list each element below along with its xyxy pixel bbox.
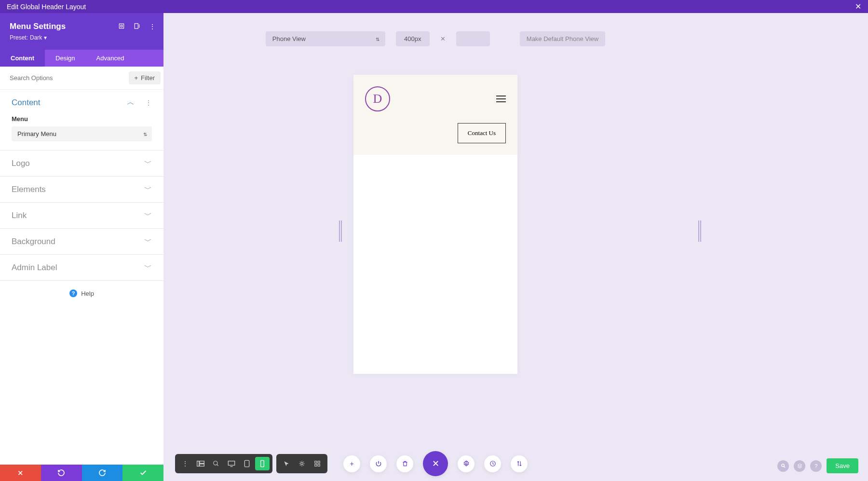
sections-list: Content ︿ ⋮ Menu Primary Menu ⇅ Logo: [0, 90, 163, 465]
tablet-icon[interactable]: [240, 457, 254, 470]
plus-icon: +: [135, 74, 138, 82]
phone-icon[interactable]: [255, 457, 270, 470]
section-elements-header[interactable]: Elements ﹀: [0, 177, 163, 202]
right-area: ? Save: [707, 13, 868, 481]
section-content-header[interactable]: Content ︿ ⋮: [0, 90, 163, 115]
tab-design[interactable]: Design: [45, 50, 85, 67]
delete-button[interactable]: [396, 455, 413, 472]
save-button[interactable]: Save: [827, 458, 858, 473]
help-label: Help: [81, 290, 94, 297]
filter-label: Filter: [141, 74, 155, 82]
preset-label: Preset:: [10, 34, 28, 41]
tool-group-view: ⋮: [175, 454, 272, 473]
make-default-button[interactable]: Make Default Phone View: [520, 31, 605, 46]
responsive-icon[interactable]: [118, 23, 125, 30]
close-panel-button[interactable]: ✕: [423, 451, 448, 476]
svg-rect-0: [119, 24, 123, 28]
dimension-x: ✕: [440, 35, 446, 42]
section-title: Admin Label: [12, 263, 57, 273]
preview-frame: D Contact Us: [353, 75, 517, 374]
svg-rect-17: [318, 464, 320, 466]
right-bottom-controls: ? Save: [777, 458, 858, 473]
help-mini-button[interactable]: ?: [810, 460, 822, 472]
hamburger-icon[interactable]: [496, 96, 506, 102]
view-controls: Phone View ⇅ ✕ Make Default Phone View: [163, 13, 707, 56]
help-row[interactable]: ? Help: [0, 281, 163, 306]
wireframe-icon[interactable]: [193, 457, 208, 470]
svg-point-18: [465, 463, 467, 465]
logo[interactable]: D: [365, 86, 390, 111]
hover-mode-icon[interactable]: [295, 457, 309, 470]
caret-down-icon: ▾: [44, 34, 47, 41]
settings-button[interactable]: [458, 455, 475, 472]
layers-mini-button[interactable]: [794, 460, 805, 472]
swap-button[interactable]: [511, 455, 528, 472]
svg-line-8: [217, 465, 218, 466]
desktop-icon[interactable]: [224, 457, 239, 470]
svg-rect-16: [315, 464, 317, 466]
confirm-button[interactable]: [122, 465, 163, 481]
history-button[interactable]: [484, 455, 501, 472]
add-button[interactable]: +: [343, 455, 360, 472]
menu-field-label: Menu: [12, 115, 152, 123]
search-mini-button[interactable]: [777, 460, 789, 472]
svg-point-7: [214, 461, 217, 465]
click-mode-icon[interactable]: [279, 457, 294, 470]
section-logo-header[interactable]: Logo ﹀: [0, 151, 163, 176]
zoom-icon[interactable]: [209, 457, 223, 470]
section-title: Elements: [12, 185, 46, 194]
view-mode-select[interactable]: Phone View: [266, 31, 385, 46]
sidebar-header: Menu Settings Preset: Dark ▾ ⋮: [0, 13, 163, 50]
tabs-row: Content Design Advanced: [0, 50, 163, 67]
filter-button[interactable]: + Filter: [129, 71, 161, 84]
section-title: Background: [12, 237, 55, 247]
svg-rect-1: [121, 25, 122, 27]
kebab-icon[interactable]: ⋮: [145, 99, 152, 107]
kebab-icon[interactable]: ⋮: [178, 457, 192, 470]
width-input[interactable]: [396, 31, 430, 46]
chevron-down-icon: ﹀: [144, 236, 152, 247]
contact-wrap: Contact Us: [353, 123, 517, 155]
search-input[interactable]: [10, 70, 129, 85]
view-mode-label: Phone View: [272, 35, 306, 42]
section-adminlabel-header[interactable]: Admin Label ﹀: [0, 255, 163, 280]
svg-rect-6: [200, 464, 204, 467]
tab-advanced[interactable]: Advanced: [86, 50, 135, 67]
tab-content[interactable]: Content: [0, 50, 45, 67]
settings-sidebar: Menu Settings Preset: Dark ▾ ⋮ Content D…: [0, 13, 163, 481]
help-icon: ?: [69, 289, 77, 297]
preset-value: Dark: [30, 34, 42, 41]
resize-handle-right[interactable]: [698, 220, 702, 242]
svg-point-13: [301, 463, 303, 465]
svg-rect-4: [197, 461, 199, 467]
section-background-header[interactable]: Background ﹀: [0, 229, 163, 254]
height-input[interactable]: [456, 31, 490, 46]
svg-rect-14: [315, 461, 317, 463]
undo-button[interactable]: [41, 465, 82, 481]
preview-header: D: [353, 75, 517, 123]
close-icon[interactable]: ✕: [855, 2, 861, 11]
svg-line-21: [784, 466, 785, 467]
section-title: Content: [12, 98, 41, 108]
contact-button[interactable]: Contact Us: [458, 123, 506, 143]
menu-select[interactable]: Primary Menu: [12, 126, 152, 141]
chevron-down-icon: ﹀: [144, 158, 152, 168]
preset-selector[interactable]: Preset: Dark ▾: [10, 34, 154, 41]
chevron-down-icon: ﹀: [144, 184, 152, 194]
hover-icon[interactable]: [134, 23, 140, 30]
search-row: + Filter: [0, 67, 163, 90]
svg-rect-2: [135, 24, 138, 29]
chevron-up-icon: ︿: [127, 97, 135, 108]
section-link-header[interactable]: Link ﹀: [0, 203, 163, 228]
cancel-button[interactable]: [0, 465, 41, 481]
svg-rect-15: [318, 461, 320, 463]
svg-rect-11: [244, 460, 249, 467]
kebab-icon[interactable]: ⋮: [149, 23, 156, 30]
power-button[interactable]: [370, 455, 387, 472]
svg-rect-5: [200, 461, 204, 464]
sidebar-footer: [0, 465, 163, 481]
grid-mode-icon[interactable]: [310, 457, 325, 470]
bottom-toolbar: ⋮: [175, 454, 327, 473]
resize-handle-left[interactable]: [339, 220, 343, 242]
redo-button[interactable]: [82, 465, 123, 481]
